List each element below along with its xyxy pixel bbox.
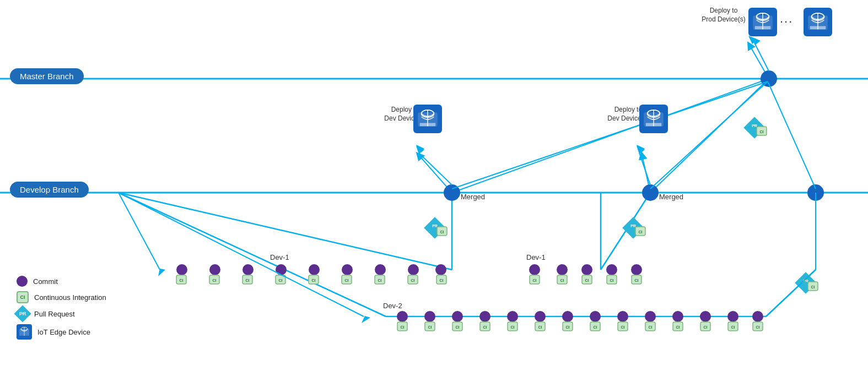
- svg-rect-143: [646, 123, 662, 127]
- svg-point-46: [557, 264, 568, 275]
- svg-text:CI: CI: [635, 278, 639, 282]
- legend: Commit CI Continuous Integration PR Pull…: [17, 276, 106, 344]
- svg-text:PR: PR: [630, 224, 636, 228]
- ellipsis: ···: [780, 14, 793, 29]
- svg-point-26: [435, 264, 446, 275]
- svg-text:PR: PR: [432, 224, 438, 228]
- svg-point-71: [700, 311, 711, 322]
- svg-line-118: [419, 153, 452, 185]
- svg-text:CI: CI: [731, 325, 735, 329]
- svg-text:CI: CI: [511, 325, 515, 329]
- svg-line-6: [118, 193, 386, 316]
- deploy-dev-box-1: [413, 105, 442, 133]
- svg-text:CI: CI: [594, 325, 597, 329]
- legend-pr: PR Pull Request: [17, 308, 106, 320]
- svg-point-68: [617, 311, 628, 322]
- svg-text:CI: CI: [533, 278, 537, 282]
- pr-icon: PR: [17, 308, 29, 320]
- svg-point-67: [590, 311, 601, 322]
- svg-point-65: [535, 311, 546, 322]
- svg-point-22: [309, 264, 320, 275]
- svg-point-16: [643, 185, 658, 200]
- svg-line-132: [768, 81, 816, 189]
- svg-line-10: [650, 79, 769, 193]
- svg-text:CI: CI: [279, 278, 283, 282]
- svg-point-45: [529, 264, 540, 275]
- svg-line-130: [452, 81, 768, 189]
- svg-point-23: [342, 264, 353, 275]
- merged-label-1: Merged: [461, 193, 485, 201]
- svg-point-70: [672, 311, 683, 322]
- svg-text:CI: CI: [428, 325, 432, 329]
- main-svg: CI CI CI CI CI CI CI CI: [0, 0, 868, 366]
- svg-line-128: [766, 270, 816, 316]
- svg-point-64: [507, 311, 518, 322]
- svg-point-48: [606, 264, 617, 275]
- svg-point-49: [631, 264, 642, 275]
- legend-commit: Commit: [17, 276, 106, 287]
- svg-point-24: [375, 264, 386, 275]
- svg-point-66: [562, 311, 573, 322]
- ci-icon: CI: [17, 291, 29, 303]
- svg-point-47: [581, 264, 592, 275]
- svg-text:CI: CI: [811, 285, 815, 289]
- svg-text:CI: CI: [756, 325, 760, 329]
- svg-rect-139: [420, 123, 436, 127]
- svg-text:CI: CI: [649, 325, 653, 329]
- svg-text:PR: PR: [752, 124, 757, 128]
- deploy-prod-label: Deploy toProd Device(s): [699, 7, 748, 24]
- svg-text:CI: CI: [378, 278, 382, 282]
- merged-label-2: Merged: [659, 193, 683, 201]
- svg-point-21: [276, 264, 287, 275]
- svg-rect-147: [755, 26, 771, 30]
- svg-text:CI: CI: [560, 278, 564, 282]
- svg-text:CI: CI: [246, 278, 250, 282]
- legend-iot-label: IoT Edge Device: [37, 328, 90, 336]
- svg-point-60: [397, 311, 408, 322]
- svg-text:CI: CI: [411, 278, 415, 282]
- iot-icon: [17, 324, 32, 340]
- svg-point-72: [727, 311, 738, 322]
- svg-point-61: [424, 311, 435, 322]
- svg-text:CI: CI: [566, 325, 570, 329]
- svg-text:CI: CI: [760, 130, 764, 134]
- develop-branch-label: Develop Branch: [10, 182, 89, 198]
- svg-text:CI: CI: [704, 325, 708, 329]
- svg-line-126: [118, 193, 364, 316]
- dev2-label: Dev-2: [383, 302, 402, 310]
- svg-marker-127: [362, 316, 370, 323]
- svg-text:CI: CI: [621, 325, 625, 329]
- svg-text:CI: CI: [456, 325, 460, 329]
- svg-line-131: [650, 81, 768, 189]
- svg-line-124: [118, 193, 160, 270]
- legend-pr-label: Pull Request: [34, 310, 75, 318]
- svg-point-73: [752, 311, 763, 322]
- svg-text:CI: CI: [639, 230, 643, 234]
- deploy-prod-box-2: [804, 8, 832, 36]
- legend-ci: CI Continuous Integration: [17, 291, 106, 303]
- svg-point-18: [176, 264, 187, 275]
- deploy-dev-box-2: [639, 105, 668, 133]
- legend-commit-label: Commit: [33, 277, 58, 286]
- svg-point-19: [209, 264, 220, 275]
- svg-point-25: [408, 264, 419, 275]
- svg-point-62: [452, 311, 463, 322]
- svg-point-69: [645, 311, 656, 322]
- svg-text:CI: CI: [401, 325, 405, 329]
- svg-text:CI: CI: [585, 278, 589, 282]
- svg-text:CI: CI: [440, 230, 444, 234]
- dev1-label-1: Dev-1: [270, 253, 289, 261]
- svg-text:CI: CI: [213, 278, 217, 282]
- svg-point-63: [479, 311, 490, 322]
- svg-text:CI: CI: [676, 325, 680, 329]
- svg-point-20: [242, 264, 254, 275]
- svg-text:CI: CI: [538, 325, 542, 329]
- svg-text:CI: CI: [180, 278, 184, 282]
- svg-text:CI: CI: [610, 278, 614, 282]
- svg-text:CI: CI: [440, 278, 444, 282]
- legend-iot: IoT Edge Device: [17, 324, 106, 340]
- legend-ci-label: Continuous Integration: [34, 293, 106, 302]
- svg-text:CI: CI: [312, 278, 316, 282]
- master-branch-label: Master Branch: [10, 68, 84, 84]
- svg-rect-151: [810, 26, 826, 30]
